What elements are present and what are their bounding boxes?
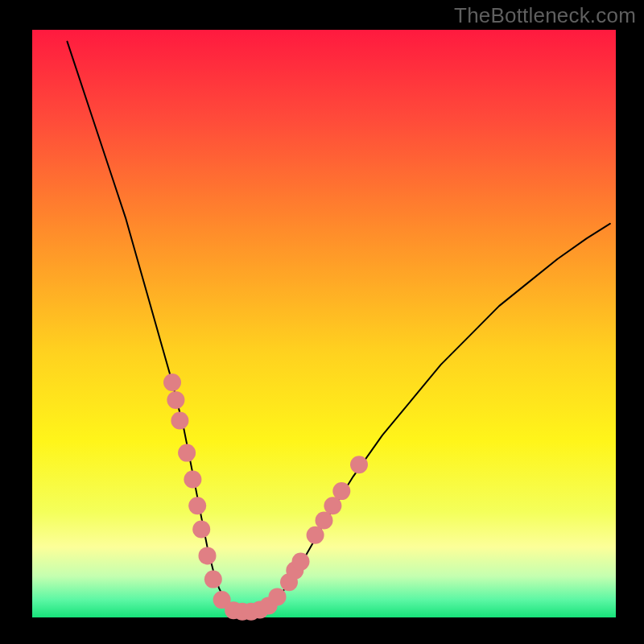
data-marker [269, 588, 287, 605]
data-marker [292, 553, 310, 571]
data-marker [171, 412, 188, 430]
data-marker [167, 391, 184, 409]
data-marker [184, 471, 201, 489]
data-marker [192, 521, 210, 539]
chart-svg [0, 0, 644, 644]
data-marker [350, 456, 368, 473]
data-marker [199, 547, 217, 564]
data-marker [332, 482, 350, 500]
data-marker [307, 526, 324, 544]
chart-stage: { "watermark": "TheBottleneck.com", "cha… [0, 0, 644, 644]
data-marker [178, 444, 196, 462]
data-marker [204, 571, 222, 588]
data-marker [163, 374, 181, 391]
data-marker [188, 497, 206, 514]
watermark-text: TheBottleneck.com [454, 3, 636, 28]
